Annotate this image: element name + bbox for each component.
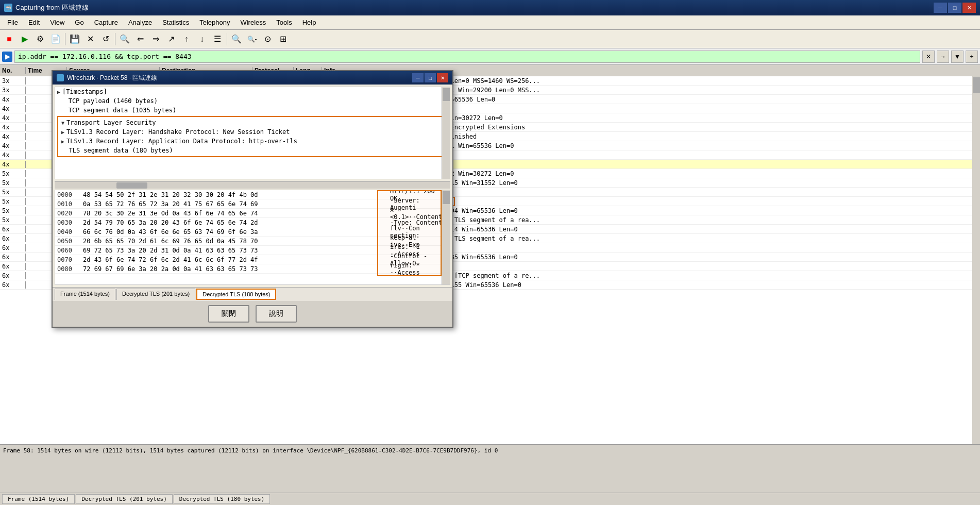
bottom-tab-decrypted-201[interactable]: Decrypted TLS (201 bytes) <box>76 494 173 504</box>
toolbar-first-btn[interactable]: ☰ <box>210 32 225 46</box>
toolbar-goto-btn[interactable]: ↗ <box>164 32 178 46</box>
toolbar-close-btn[interactable]: ✕ <box>83 32 97 46</box>
toolbar-zoomin-btn[interactable]: 🔍 <box>229 32 244 46</box>
popup-tab-decrypted-201[interactable]: Decrypted TLS (201 bytes) <box>116 289 195 300</box>
filter-bookmark-btn[interactable]: ▼ <box>951 50 964 63</box>
menu-capture[interactable]: Capture <box>89 16 123 28</box>
toolbar-stop-btn[interactable]: ■ <box>2 32 16 46</box>
tree-item-tls[interactable]: ▼ Transport Layer Security <box>59 118 446 127</box>
col-header-no[interactable]: No. <box>0 67 26 74</box>
popup-icon <box>57 74 64 81</box>
popup-footer: 關閉 說明 <box>53 301 452 327</box>
toolbar-open-btn[interactable]: 📄 <box>48 32 63 46</box>
restore-button[interactable]: □ <box>948 3 961 13</box>
toolbar-prev-btn[interactable]: ↑ <box>179 32 194 46</box>
packet-list-scrollbar[interactable] <box>972 76 980 444</box>
menu-telephony[interactable]: Telephony <box>194 16 235 28</box>
tree-item-tls-segment[interactable]: TLS segment data (180 bytes) <box>59 146 446 155</box>
cell-no: 5x <box>0 189 26 196</box>
close-button[interactable]: ✕ <box>962 3 976 13</box>
filter-clear-btn[interactable]: ✕ <box>922 50 935 63</box>
filter-icon: ▶ <box>2 52 12 62</box>
hex-bytes: 48 54 54 50 2f 31 2e 31 20 32 30 30 20 4… <box>81 191 388 198</box>
toolbar-options-btn[interactable]: ⚙ <box>33 32 47 46</box>
toolbar-start-btn[interactable]: ▶ <box>18 32 32 46</box>
tree-label-tlsv13-app: TLSv1.3 Record Layer: Application Data P… <box>66 138 297 145</box>
popup-tab-frame[interactable]: Frame (1514 bytes) <box>55 289 115 300</box>
hex-bytes: 20 6b 65 65 70 2d 61 6c 69 76 65 0d 0a 4… <box>81 238 388 245</box>
cell-no: 6x <box>0 244 26 251</box>
tree-item-timestamps[interactable]: ▶ [Timestamps] <box>55 87 450 96</box>
cell-no: 4x <box>0 114 26 122</box>
toolbar: ■ ▶ ⚙ 📄 💾 ✕ ↺ 🔍 ⇐ ⇒ ↗ ↑ ↓ ☰ 🔍 🔍- ⊙ ⊞ <box>0 30 980 48</box>
cell-no: 4x <box>0 124 26 131</box>
app-icon: 🦈 <box>4 4 12 12</box>
tree-arrow-tlsv13-app: ▶ <box>61 139 64 144</box>
menu-wireless[interactable]: Wireless <box>235 16 271 28</box>
toolbar-reload-btn[interactable]: ↺ <box>98 32 113 46</box>
toolbar-back-btn[interactable]: ⇐ <box>133 32 147 46</box>
status-text: Frame 58: 1514 bytes on wire (12112 bits… <box>3 447 498 454</box>
cell-no: 4x <box>0 133 26 140</box>
hex-row: 0080 72 69 67 69 6e 3a 20 2a 0d 0a 41 63… <box>55 264 450 274</box>
tree-item-tlsv13-hs[interactable]: ▶ TLSv1.3 Record Layer: Handshake Protoc… <box>59 127 446 137</box>
menu-statistics[interactable]: Statistics <box>157 16 194 28</box>
cell-no: 5x <box>0 198 26 205</box>
popup-help-btn[interactable]: 說明 <box>256 305 297 323</box>
hex-offset: 0080 <box>55 265 81 273</box>
menu-tools[interactable]: Tools <box>271 16 297 28</box>
hex-bytes: 2d 54 79 70 65 3a 20 20 43 6f 6e 74 65 6… <box>81 219 388 226</box>
window-title: Capturing from 區域連線 <box>15 3 934 12</box>
menu-help[interactable]: Help <box>297 16 322 28</box>
tree-item-tlsv13-app[interactable]: ▶ TLSv1.3 Record Layer: Application Data… <box>59 137 446 146</box>
cell-no: 5x <box>0 207 26 214</box>
popup-restore-btn[interactable]: □ <box>425 73 436 82</box>
tree-item-tcp-segment[interactable]: TCP segment data (1035 bytes) <box>55 106 450 115</box>
menu-analyze[interactable]: Analyze <box>123 16 157 28</box>
popup-close-footer-btn[interactable]: 關閉 <box>208 305 249 323</box>
menu-go[interactable]: Go <box>70 16 89 28</box>
filter-apply-btn[interactable]: → <box>937 50 949 63</box>
cell-no: 6x <box>0 281 26 289</box>
cell-no: 5x <box>0 216 26 224</box>
hex-bytes: 66 6c 76 0d 0a 43 6f 6e 6e 65 63 74 69 6… <box>81 228 388 235</box>
toolbar-forward-btn[interactable]: ⇒ <box>148 32 163 46</box>
cell-no: 6x <box>0 254 26 261</box>
toolbar-zoomout-btn[interactable]: 🔍- <box>245 32 259 46</box>
bottom-tab-frame[interactable]: Frame (1514 bytes) <box>2 494 75 504</box>
hex-offset: 0010 <box>55 200 81 208</box>
minimize-button[interactable]: ─ <box>934 3 947 13</box>
status-bar: Frame 58: 1514 bytes on wire (12112 bits… <box>0 444 980 457</box>
hex-row: 0020 78 20 3c 30 2e 31 3e 0d 0a 43 6f 6e… <box>55 209 450 218</box>
cell-no: 6x <box>0 226 26 233</box>
hex-bytes: 69 72 65 73 3a 20 2d 31 0d 0a 41 63 63 6… <box>81 247 388 254</box>
filter-input[interactable] <box>14 50 920 63</box>
tree-label-tls-segment: TLS segment data (180 bytes) <box>61 147 173 154</box>
hex-scrollbar[interactable] <box>442 190 450 284</box>
tree-hscrollbar[interactable] <box>55 181 450 189</box>
tree-label-tcp-segment: TCP segment data (1035 bytes) <box>57 107 176 114</box>
toolbar-next-btn[interactable]: ↓ <box>195 32 209 46</box>
bottom-tab-decrypted-180[interactable]: Decrypted TLS (180 bytes) <box>174 494 271 504</box>
hex-offset: 0060 <box>55 247 81 254</box>
tree-scrollbar[interactable] <box>442 87 450 179</box>
menu-view[interactable]: View <box>45 16 70 28</box>
filter-add-btn[interactable]: + <box>966 50 978 63</box>
popup-title: Wireshark · Packet 58 · 區域連線 <box>67 74 411 82</box>
toolbar-layout-btn[interactable]: ⊞ <box>276 32 290 46</box>
popup-tab-decrypted-180[interactable]: Decrypted TLS (180 bytes) <box>196 289 276 300</box>
toolbar-zoomreset-btn[interactable]: ⊙ <box>260 32 275 46</box>
tree-arrow-timestamps: ▶ <box>57 89 60 95</box>
title-bar: 🦈 Capturing from 區域連線 ─ □ ✕ <box>0 0 980 15</box>
tree-item-tcp-payload[interactable]: TCP payload (1460 bytes) <box>55 96 450 106</box>
hex-bytes: 78 20 3c 30 2e 31 3e 0d 0a 43 6f 6e 74 6… <box>81 210 388 217</box>
tree-arrow-tlsv13-hs: ▶ <box>61 129 64 135</box>
popup-minimize-btn[interactable]: ─ <box>412 73 424 82</box>
menu-edit[interactable]: Edit <box>23 16 45 28</box>
toolbar-save-btn[interactable]: 💾 <box>67 32 82 46</box>
toolbar-find-btn[interactable]: 🔍 <box>117 32 132 46</box>
hex-panel: 0000 48 54 54 50 2f 31 2e 31 20 32 30 30… <box>55 190 450 285</box>
popup-close-btn[interactable]: ✕ <box>437 73 448 82</box>
window-controls: ─ □ ✕ <box>934 3 976 13</box>
menu-file[interactable]: File <box>2 16 23 28</box>
